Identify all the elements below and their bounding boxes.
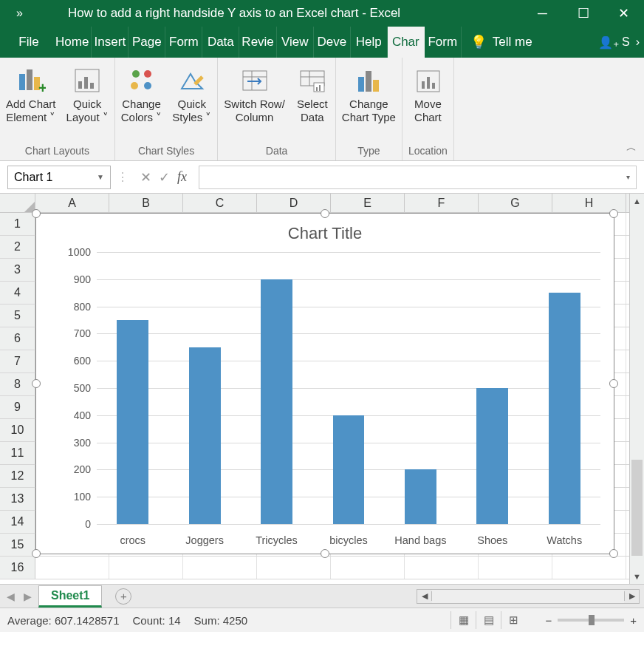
tab-home[interactable]: Home	[53, 27, 92, 58]
row-header[interactable]: 14	[0, 511, 35, 533]
row-header[interactable]: 4	[0, 282, 35, 304]
chart-title[interactable]: Chart Title	[36, 214, 614, 248]
change-chart-type-button[interactable]: ChangeChart Type	[342, 62, 396, 124]
scroll-down-icon[interactable]: ▼	[630, 569, 644, 584]
name-box[interactable]: Chart 1 ▼	[7, 166, 111, 189]
tab-char[interactable]: Char	[388, 27, 425, 58]
tab-insert[interactable]: Insert	[92, 27, 129, 58]
file-tab[interactable]: File	[4, 27, 53, 58]
column-header[interactable]: B	[109, 194, 183, 212]
zoom-out-icon[interactable]: −	[545, 614, 552, 627]
qat-overflow[interactable]: »	[0, 7, 52, 20]
vertical-scrollbar[interactable]: ▲ ▼	[629, 194, 644, 584]
cell[interactable]	[405, 557, 479, 579]
share-icon[interactable]: 👤₊	[598, 35, 619, 50]
resize-handle[interactable]	[609, 549, 618, 558]
share-label[interactable]: S	[622, 35, 630, 49]
cancel-formula-icon[interactable]: ✕	[140, 169, 151, 186]
formula-input[interactable]: ▾	[199, 166, 637, 189]
cell[interactable]	[331, 557, 405, 579]
scroll-left-icon[interactable]: ◀	[417, 591, 432, 601]
maximize-button[interactable]: ☐	[563, 0, 603, 27]
tab-help[interactable]: Help	[351, 27, 388, 58]
chart-bar[interactable]	[476, 388, 508, 524]
column-header[interactable]: C	[183, 194, 257, 212]
row-header[interactable]: 2	[0, 236, 35, 258]
row-header[interactable]: 5	[0, 305, 35, 327]
tab-form[interactable]: Form	[425, 27, 462, 58]
cell[interactable]	[35, 557, 109, 579]
resize-handle[interactable]	[32, 379, 41, 388]
cell[interactable]	[183, 557, 257, 579]
scroll-thumb[interactable]	[631, 460, 643, 556]
row-header[interactable]: 1	[0, 213, 35, 235]
cell[interactable]	[479, 557, 552, 579]
chevron-down-icon[interactable]: ▼	[97, 173, 104, 181]
chart-bar[interactable]	[189, 347, 221, 524]
column-header[interactable]: E	[331, 194, 405, 212]
quick-styles-button[interactable]: QuickStyles ˅	[172, 62, 211, 124]
sheet-tab-active[interactable]: Sheet1	[38, 585, 102, 608]
move-chart-button[interactable]: MoveChart	[411, 62, 445, 124]
tab-form[interactable]: Form	[165, 27, 202, 58]
column-header[interactable]: G	[479, 194, 552, 212]
chart-bar[interactable]	[333, 415, 365, 524]
embedded-chart[interactable]: Chart Title 1000900800700600500400300200…	[35, 213, 614, 554]
resize-handle[interactable]	[609, 209, 618, 218]
row-header[interactable]: 6	[0, 327, 35, 350]
select-all-corner[interactable]	[0, 194, 35, 212]
formula-expand-icon[interactable]: ▾	[626, 173, 630, 181]
resize-handle[interactable]	[321, 209, 329, 218]
minimize-button[interactable]: ─	[522, 0, 563, 27]
row-header[interactable]: 10	[0, 419, 35, 441]
zoom-slider[interactable]: − +	[545, 614, 637, 627]
resize-handle[interactable]	[321, 549, 329, 558]
row-header[interactable]: 9	[0, 396, 35, 418]
tab-revie[interactable]: Revie	[239, 27, 276, 58]
resize-handle[interactable]	[32, 209, 41, 218]
quick-layout-button[interactable]: QuickLayout ˅	[66, 62, 109, 124]
switch-row-column-button[interactable]: Switch Row/Column	[224, 62, 285, 124]
view-normal-icon[interactable]: ▦	[451, 611, 476, 629]
row-header[interactable]: 13	[0, 488, 35, 510]
scroll-track[interactable]	[432, 590, 624, 603]
zoom-in-icon[interactable]: +	[630, 614, 637, 627]
row-header[interactable]: 3	[0, 259, 35, 281]
cell[interactable]	[552, 557, 626, 579]
resize-handle[interactable]	[32, 549, 41, 558]
strip-scroll-right[interactable]: ›	[636, 35, 640, 49]
sheet-nav-prev[interactable]: ◀	[4, 591, 17, 602]
accept-formula-icon[interactable]: ✓	[159, 169, 170, 186]
collapse-ribbon-icon[interactable]: ︿	[626, 141, 637, 154]
chart-bar[interactable]	[405, 469, 436, 524]
column-header[interactable]: F	[405, 194, 479, 212]
add-chart-element-button[interactable]: +Add ChartElement ˅	[6, 62, 56, 124]
chart-plot-area[interactable]: 10009008007006005004003002001000 crocsJo…	[58, 252, 600, 524]
tab-view[interactable]: View	[277, 27, 314, 58]
resize-handle[interactable]	[609, 379, 618, 388]
row-header[interactable]: 11	[0, 442, 35, 464]
view-page-layout-icon[interactable]: ▤	[476, 611, 501, 629]
cell[interactable]	[109, 557, 183, 579]
vertical-dots-icon[interactable]: ⋮	[117, 170, 129, 184]
close-button[interactable]: ✕	[603, 0, 644, 27]
tab-deve[interactable]: Deve	[314, 27, 351, 58]
chart-bar[interactable]	[549, 293, 580, 524]
scroll-right-icon[interactable]: ▶	[624, 591, 639, 601]
row-header[interactable]: 15	[0, 534, 35, 556]
chart-bar[interactable]	[261, 279, 292, 524]
change-colors-button[interactable]: ChangeColors ˅	[121, 62, 162, 124]
sheet-nav-next[interactable]: ▶	[21, 591, 34, 602]
scroll-up-icon[interactable]: ▲	[630, 194, 644, 208]
add-sheet-button[interactable]: +	[115, 588, 131, 605]
row-header[interactable]: 8	[0, 373, 35, 395]
row-header[interactable]: 7	[0, 350, 35, 372]
chart-bar[interactable]	[117, 320, 148, 524]
row-header[interactable]: 16	[0, 557, 35, 579]
select-data-button[interactable]: SelectData	[295, 62, 329, 124]
view-page-break-icon[interactable]: ⊞	[501, 611, 526, 629]
tellme-label[interactable]: Tell me	[493, 35, 532, 50]
cell[interactable]	[257, 557, 331, 579]
column-header[interactable]: D	[257, 194, 331, 212]
fx-icon[interactable]: fx	[177, 169, 187, 185]
